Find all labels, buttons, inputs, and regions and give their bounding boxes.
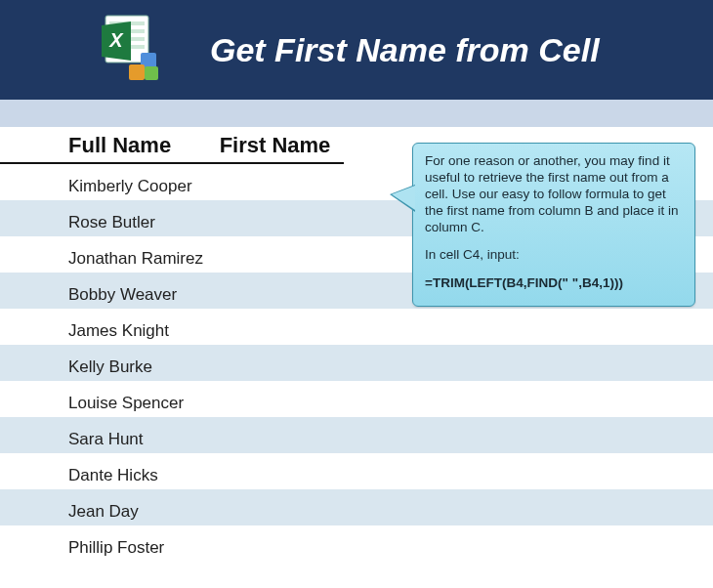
col-header-firstname: First Name [220,133,344,158]
svg-rect-7 [129,64,145,80]
table-row: Dante Hicks [0,453,713,489]
callout-paragraph-2: In cell C4, input: [425,247,683,264]
content-area: Full Name First Name Kimberly CooperRose… [0,127,713,562]
col-header-fullname: Full Name [68,133,220,158]
cell-fullname: Kimberly Cooper [68,177,254,196]
page-title: Get First Name from Cell [210,31,600,69]
callout-formula: =TRIM(LEFT(B4,FIND(" ",B4,1))) [425,275,683,292]
cell-fullname: Jean Day [68,502,254,522]
cell-fullname: Jonathan Ramirez [68,249,254,269]
table-header-row: Full Name First Name [0,131,344,164]
svg-rect-8 [145,66,158,80]
svg-text:X: X [108,29,124,51]
table-row: Phillip Foster [0,525,713,562]
cell-fullname: Bobby Weaver [68,285,254,305]
table-row: Sara Hunt [0,417,713,453]
table-row: Jean Day [0,489,713,525]
callout-paragraph-1: For one reason or another, you may find … [425,153,683,235]
table-row: Louise Spencer [0,381,713,417]
sub-header-band [0,100,713,127]
cell-fullname: James Knight [68,321,254,341]
page-header: X Get First Name from Cell [0,0,713,100]
cell-fullname: Rose Butler [68,213,254,232]
cell-fullname: Kelly Burke [68,357,254,377]
cell-fullname: Dante Hicks [68,466,254,485]
excel-icon: X [98,10,176,88]
table-row: James Knight [0,309,713,345]
instruction-callout: For one reason or another, you may find … [412,143,695,307]
table-row: Kelly Burke [0,345,713,381]
cell-fullname: Sara Hunt [68,430,254,449]
cell-fullname: Louise Spencer [68,394,254,413]
cell-fullname: Phillip Foster [68,538,254,558]
